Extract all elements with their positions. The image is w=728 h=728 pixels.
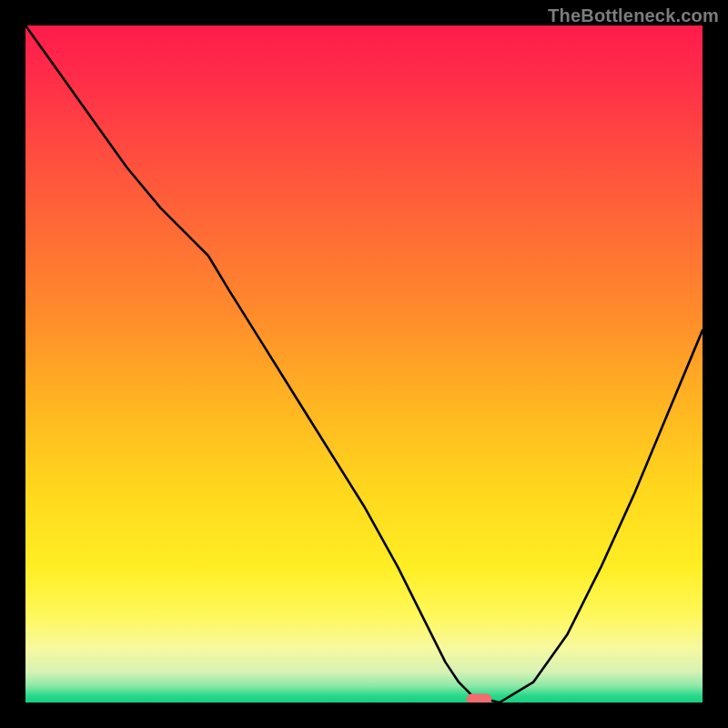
chart-frame: { "watermark": "TheBottleneck.com", "col… xyxy=(0,0,728,728)
bottleneck-curve xyxy=(25,25,703,703)
plot-area xyxy=(25,25,703,703)
minimum-marker xyxy=(467,693,492,703)
watermark-text: TheBottleneck.com xyxy=(548,5,719,26)
curve-layer xyxy=(25,25,703,703)
